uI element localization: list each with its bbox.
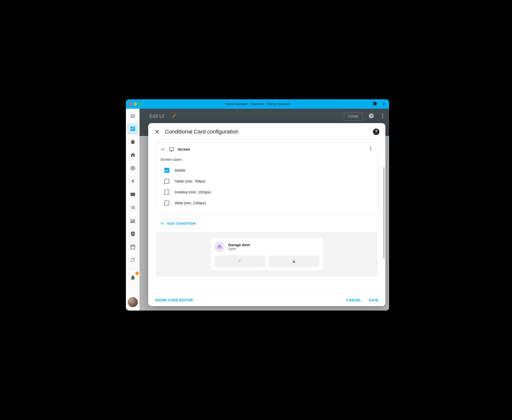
chart-icon[interactable] <box>127 215 138 226</box>
show-code-editor-button[interactable]: SHOW CODE EDITOR <box>155 298 193 302</box>
checkbox-label: Wide (min: 1280px) <box>175 201 206 205</box>
checkbox-row-mobile[interactable]: Mobile <box>160 165 373 176</box>
save-button[interactable]: SAVE <box>369 298 378 302</box>
dashboard-icon[interactable] <box>127 123 138 134</box>
dialog-footer: SHOW CODE EDITOR CANCEL SAVE <box>148 294 385 306</box>
dialog-title: Conditional Card configuration <box>165 129 238 135</box>
avatar[interactable] <box>128 297 138 307</box>
browser-menu-icon[interactable] <box>382 101 386 107</box>
bug-icon[interactable] <box>127 136 138 147</box>
main-area: Edit UI DONE ? <box>140 109 389 311</box>
entity-state: Open <box>228 247 250 251</box>
add-condition-label: ADD CONDITION <box>167 222 196 225</box>
screen-condition-panel: Screen Screen sizes Mobile <box>156 143 378 215</box>
panel-overflow-icon[interactable] <box>368 146 373 152</box>
section-label: Screen sizes <box>160 157 373 161</box>
chevron-up-icon[interactable] <box>160 147 165 152</box>
add-condition-button[interactable]: ADD CONDITION <box>156 219 200 229</box>
dialog-header: Conditional Card configuration ? <box>148 123 385 140</box>
divider <box>129 269 137 269</box>
cog-icon[interactable] <box>127 255 138 265</box>
app-sidebar <box>126 109 140 311</box>
notification-icon[interactable] <box>127 272 138 283</box>
checkbox-tablet[interactable] <box>164 179 169 184</box>
energy-icon[interactable] <box>127 176 138 187</box>
card-config-dialog: Conditional Card configuration ? <box>148 123 385 306</box>
svg-point-12 <box>370 148 371 149</box>
svg-point-0 <box>384 102 384 103</box>
notification-badge <box>135 272 139 275</box>
cover-close-button[interactable] <box>269 255 319 267</box>
menu-icon[interactable] <box>127 111 138 121</box>
svg-point-11 <box>370 147 371 148</box>
checkbox-wide[interactable] <box>164 201 169 206</box>
account-icon[interactable] <box>127 189 138 200</box>
dialog-help-icon[interactable]: ? <box>373 129 379 135</box>
brain-icon[interactable] <box>127 163 138 174</box>
svg-point-3 <box>131 166 135 170</box>
entity-name: Garage door <box>228 243 250 247</box>
checkbox-row-wide[interactable]: Wide (min: 1280px) <box>160 198 373 209</box>
window-minimize-icon[interactable] <box>134 103 137 105</box>
svg-rect-10 <box>170 148 174 150</box>
checkbox-label: Desktop (min: 1024px) <box>175 190 211 194</box>
svg-point-1 <box>384 103 384 104</box>
checkbox-desktop[interactable] <box>164 190 169 195</box>
svg-point-4 <box>132 167 134 169</box>
window-title: Home Assistant - Overview – Home Assista… <box>126 102 389 106</box>
close-icon[interactable] <box>154 129 160 135</box>
preview-area: Garage door Open <box>156 232 378 277</box>
shield-icon[interactable] <box>127 228 138 239</box>
scrollbar[interactable] <box>383 167 385 259</box>
extension-icon[interactable] <box>373 101 377 107</box>
garage-icon <box>214 241 225 252</box>
calendar-icon[interactable] <box>127 241 138 252</box>
list-icon[interactable] <box>127 202 138 213</box>
preview-card: Garage door Open <box>211 238 323 271</box>
checkbox-row-desktop[interactable]: Desktop (min: 1024px) <box>160 187 373 198</box>
cover-open-button[interactable] <box>214 255 265 267</box>
checkbox-row-tablet[interactable]: Tablet (min: 768px) <box>160 176 373 187</box>
svg-point-2 <box>384 104 384 105</box>
window-maximize-icon[interactable] <box>139 103 142 105</box>
screen-icon <box>169 147 174 152</box>
panel-title: Screen <box>178 147 190 151</box>
dialog-body: Screen Screen sizes Mobile <box>148 140 385 294</box>
cancel-button[interactable]: CANCEL <box>346 298 361 302</box>
svg-point-13 <box>370 150 371 151</box>
checkbox-mobile[interactable] <box>164 168 169 173</box>
checkbox-label: Mobile <box>175 168 185 172</box>
checkbox-label: Tablet (min: 768px) <box>175 179 205 183</box>
window-titlebar: Home Assistant - Overview – Home Assista… <box>126 99 389 109</box>
home-icon[interactable] <box>127 150 138 160</box>
window-close-icon[interactable] <box>129 103 132 105</box>
browser-window: Home Assistant - Overview – Home Assista… <box>126 99 389 311</box>
